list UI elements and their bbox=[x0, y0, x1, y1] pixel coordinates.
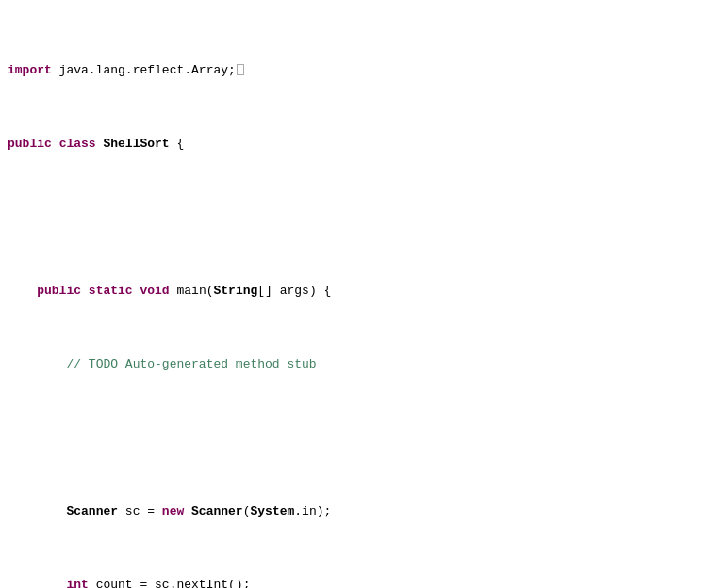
line-2: public class ShellSort { bbox=[0, 135, 725, 154]
code-editor: import java.lang.reflect.Array; public c… bbox=[0, 0, 725, 588]
line-5: // TODO Auto-generated method stub bbox=[0, 355, 725, 374]
line-3 bbox=[0, 208, 725, 227]
line-8: int count = sc.nextInt(); bbox=[0, 576, 725, 589]
line-7: Scanner sc = new Scanner(System.in); bbox=[0, 502, 725, 521]
line-4: public static void main(String[] args) { bbox=[0, 282, 725, 301]
line-6 bbox=[0, 429, 725, 448]
line-1: import java.lang.reflect.Array; bbox=[0, 61, 725, 80]
